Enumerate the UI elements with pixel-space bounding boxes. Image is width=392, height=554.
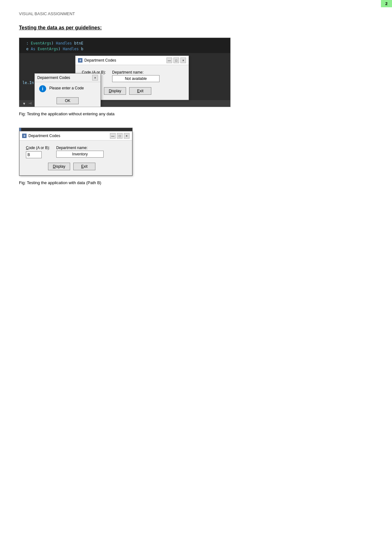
dept-name-section: Department name:: [112, 70, 160, 82]
ide-code-area: : EventArgs) Handles btnE e As EventArgs…: [19, 38, 230, 53]
dialog-titlebar: 🖥 Department Codes — □ ×: [75, 56, 189, 65]
dialog2-title-text: Department Codes: [28, 134, 60, 138]
dept-name-input[interactable]: [112, 75, 160, 82]
dialog2-title-icon: 🖥: [22, 134, 27, 138]
exit-button-2[interactable]: Exit: [73, 163, 95, 170]
display-label-rest-2: isplay: [56, 164, 65, 169]
code-input-2[interactable]: [26, 151, 42, 158]
left-accent-bar: [19, 128, 21, 131]
ide-top-strip: [19, 128, 132, 131]
fig2-caption: Fig: Testing the application with data (…: [19, 180, 373, 185]
page-number-badge: 2: [381, 0, 392, 7]
msgbox-title: Depaerment Codes: [37, 75, 70, 80]
code-line-1: : EventArgs) Handles btnE: [22, 40, 227, 46]
ide-side-label: le.In: [22, 56, 34, 100]
dept-name-label-2: Department name:: [56, 146, 104, 150]
display-underline: D: [109, 89, 112, 93]
screenshot2-container: 🖥 Department Codes — □ × Code (A or B): …: [19, 128, 133, 176]
dialog2-minimize-btn[interactable]: —: [110, 133, 116, 139]
dept-codes-dialog-2: 🖥 Department Codes — □ × Code (A or B): …: [19, 131, 132, 176]
msgbox-body: i Please enter a Code: [35, 82, 100, 95]
dept-name-section-2: Department name:: [56, 146, 104, 158]
exit-underline-2: E: [81, 164, 84, 169]
code-input-section-2: Code (A or B):: [26, 146, 50, 158]
code-label-2: Code (A or B):: [26, 146, 50, 150]
exit-label-rest: xit: [140, 89, 143, 93]
dialog2-close-btn[interactable]: ×: [124, 133, 130, 139]
msgbox-overlay: Depaerment Codes × i Please enter a Code…: [34, 73, 101, 107]
screenshot1-container: : EventArgs) Handles btnE e As EventArgs…: [19, 38, 231, 107]
doc-header: VISUAL BASIC ASSIGNMENT: [19, 11, 373, 16]
dialog2-titlebar: 🖥 Department Codes — □ ×: [20, 131, 132, 141]
dialog2-buttons: Display Exit: [48, 163, 126, 170]
minimize-btn[interactable]: —: [166, 57, 172, 63]
msgbox-close-btn[interactable]: ×: [92, 75, 98, 81]
close-btn[interactable]: ×: [180, 57, 186, 63]
dialog-title-text: Department Codes: [84, 58, 116, 63]
maximize-btn[interactable]: □: [173, 57, 179, 63]
info-icon: i: [39, 85, 46, 92]
dialog-buttons: Display Exit: [104, 87, 182, 95]
pushpin-icon: ⊣: [28, 101, 32, 105]
display-button[interactable]: Display: [104, 87, 126, 95]
code-line-2: e As EventArgs) Handles b: [22, 46, 227, 52]
fig1-caption: Fig: Testing the application without ent…: [19, 111, 373, 116]
exit-underline: E: [137, 89, 140, 93]
dialog-title-icon: 🖥: [78, 58, 82, 63]
code-row-2: Code (A or B): Department name:: [26, 146, 126, 158]
msgbox-message: Please enter a Code: [49, 85, 84, 90]
dept-name-input-2[interactable]: [56, 151, 104, 158]
msgbox-ok-button[interactable]: OK: [57, 97, 79, 104]
display-underline-2: D: [53, 164, 56, 169]
pin-symbol: ▼: [22, 102, 26, 105]
dialog-title-left: 🖥 Department Codes: [78, 58, 116, 63]
exit-button[interactable]: Exit: [129, 87, 151, 95]
titlebar-controls: — □ ×: [166, 57, 186, 63]
display-label-rest: isplay: [112, 89, 121, 93]
section-heading: Testing the data as per guidelines:: [19, 25, 373, 31]
dept-codes-dialog: 🖥 Department Codes — □ × Code (A or B):: [75, 56, 189, 100]
dialog2-maximize-btn[interactable]: □: [117, 133, 123, 139]
msgbox-btn-row: OK: [35, 95, 100, 107]
dept-name-label: Department name:: [112, 70, 160, 75]
dialog2-body: Code (A or B): Department name: Display …: [20, 141, 132, 175]
code-underline: C: [26, 146, 29, 150]
dialog2-titlebar-controls: — □ ×: [110, 133, 130, 139]
dialog2-title-left: 🖥 Department Codes: [22, 134, 60, 138]
msgbox-titlebar: Depaerment Codes ×: [35, 74, 100, 82]
display-button-2[interactable]: Display: [48, 163, 70, 170]
exit-label-rest-2: xit: [84, 164, 87, 169]
